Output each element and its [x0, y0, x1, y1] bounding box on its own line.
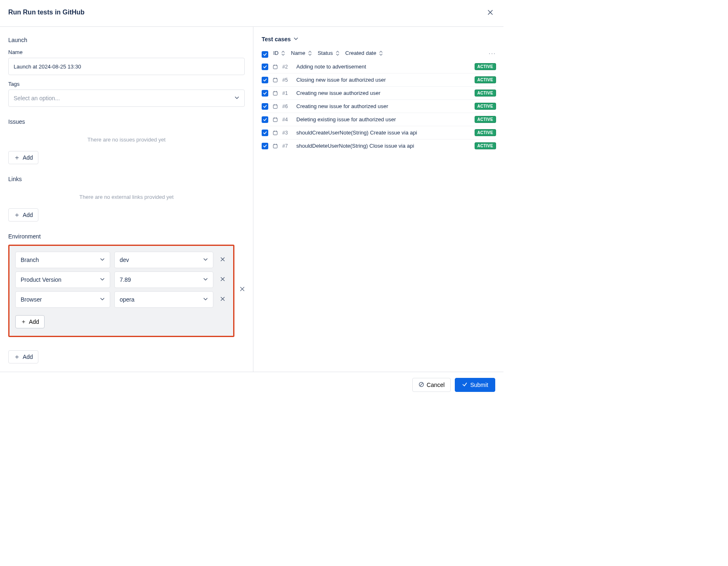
- chevron-down-icon: [293, 36, 298, 42]
- env-value-select[interactable]: opera: [114, 291, 213, 308]
- test-case-id: #2: [282, 64, 292, 70]
- env-value-text: opera: [120, 296, 135, 303]
- plus-icon: ＋: [21, 318, 26, 325]
- launch-panel: Launch Name Tags Select an option... Iss…: [0, 27, 253, 372]
- env-value-text: 7.89: [120, 276, 131, 283]
- row-checkbox[interactable]: [262, 77, 268, 83]
- row-checkbox[interactable]: [262, 130, 268, 136]
- plus-icon: ＋: [14, 354, 20, 360]
- test-case-row[interactable]: #4 Deleting existing issue for authorize…: [262, 113, 496, 126]
- test-case-id: #3: [282, 130, 292, 136]
- test-case-name: Closing new issue for authorized user: [296, 77, 470, 83]
- status-badge: ACTIVE: [475, 76, 496, 83]
- env-key-value: Browser: [21, 296, 42, 303]
- test-case-name: Creating new issue for authorized user: [296, 103, 470, 109]
- close-icon[interactable]: [485, 7, 495, 17]
- test-case-icon: [272, 117, 278, 123]
- add-link-button[interactable]: ＋ Add: [8, 208, 38, 222]
- tags-select[interactable]: Select an option...: [8, 90, 245, 107]
- test-case-id: #4: [282, 117, 292, 123]
- svg-rect-2: [273, 92, 277, 95]
- links-empty: There are no external links provided yet: [8, 185, 245, 208]
- svg-rect-6: [273, 144, 277, 148]
- tags-placeholder: Select an option...: [14, 95, 60, 101]
- more-options-icon[interactable]: ···: [489, 50, 496, 57]
- row-checkbox[interactable]: [262, 64, 268, 70]
- remove-environment-group-icon[interactable]: [239, 286, 245, 293]
- test-case-row[interactable]: #7 shouldDeleteUserNote(String) Close is…: [262, 139, 496, 152]
- links-label: Links: [8, 176, 245, 182]
- test-case-row[interactable]: #1 Creating new issue authorized user AC…: [262, 86, 496, 99]
- env-key-select[interactable]: Browser: [15, 291, 110, 308]
- chevron-down-icon: [234, 95, 239, 101]
- issues-label: Issues: [8, 118, 245, 125]
- test-case-row[interactable]: #2 Adding note to advertisement ACTIVE: [262, 60, 496, 73]
- test-case-icon: [272, 130, 278, 136]
- test-case-row[interactable]: #3 shouldCreateUserNote(String) Create i…: [262, 126, 496, 139]
- env-key-select[interactable]: Product Version: [15, 271, 110, 288]
- add-issue-button[interactable]: ＋ Add: [8, 151, 38, 164]
- test-case-name: Creating new issue authorized user: [296, 90, 470, 96]
- cancel-label: Cancel: [427, 382, 445, 388]
- test-case-id: #7: [282, 143, 292, 149]
- submit-label: Submit: [470, 382, 488, 388]
- env-row: Browser opera: [15, 291, 227, 308]
- add-label: Add: [29, 318, 39, 325]
- status-badge: ACTIVE: [475, 116, 496, 123]
- column-name[interactable]: Name: [291, 50, 312, 56]
- column-created-date[interactable]: Created date: [345, 50, 383, 56]
- remove-env-row-icon[interactable]: [217, 296, 227, 303]
- sort-icon: [336, 51, 340, 56]
- sort-icon: [379, 51, 383, 56]
- chevron-down-icon: [100, 276, 105, 283]
- column-status[interactable]: Status: [318, 50, 340, 56]
- row-checkbox[interactable]: [262, 103, 268, 110]
- remove-env-row-icon[interactable]: [217, 276, 227, 283]
- test-case-row[interactable]: #6 Creating new issue for authorized use…: [262, 99, 496, 113]
- page-title: Run Run tests in GitHub: [8, 9, 85, 16]
- environment-group: Branch dev Product Version 7.89 Browser …: [9, 246, 233, 336]
- env-key-value: Branch: [21, 257, 39, 263]
- svg-rect-3: [273, 105, 277, 108]
- test-cases-dropdown[interactable]: Test cases: [262, 36, 496, 42]
- select-all-checkbox[interactable]: [262, 51, 268, 58]
- env-row: Product Version 7.89: [15, 271, 227, 288]
- chevron-down-icon: [203, 257, 208, 263]
- submit-button[interactable]: Submit: [455, 378, 495, 392]
- test-cases-panel: Test cases ID Name: [253, 27, 503, 372]
- test-case-icon: [272, 143, 278, 149]
- test-case-icon: [272, 64, 278, 70]
- env-key-value: Product Version: [21, 276, 61, 283]
- add-label: Add: [23, 354, 33, 360]
- name-label: Name: [8, 49, 245, 55]
- add-environment-group-button[interactable]: ＋ Add: [8, 350, 38, 363]
- column-id[interactable]: ID: [273, 50, 285, 56]
- svg-rect-1: [273, 78, 277, 82]
- add-label: Add: [23, 154, 33, 161]
- chevron-down-icon: [100, 257, 105, 263]
- test-case-row[interactable]: #5 Closing new issue for authorized user…: [262, 73, 496, 86]
- env-row: Branch dev: [15, 252, 227, 268]
- env-key-select[interactable]: Branch: [15, 252, 110, 268]
- modal-header: Run Run tests in GitHub: [0, 0, 503, 27]
- row-checkbox[interactable]: [262, 116, 268, 123]
- status-badge: ACTIVE: [475, 63, 496, 70]
- remove-env-row-icon[interactable]: [217, 257, 227, 263]
- test-case-name: Adding note to advertisement: [296, 64, 470, 70]
- test-case-name: shouldCreateUserNote(String) Create issu…: [296, 130, 470, 136]
- launch-name-input[interactable]: [8, 58, 245, 75]
- chevron-down-icon: [100, 296, 105, 303]
- env-value-select[interactable]: 7.89: [114, 271, 213, 288]
- environment-label: Environment: [8, 233, 245, 240]
- svg-rect-5: [273, 131, 277, 135]
- row-checkbox[interactable]: [262, 143, 268, 149]
- status-badge: ACTIVE: [475, 103, 496, 110]
- row-checkbox[interactable]: [262, 90, 268, 97]
- tags-label: Tags: [8, 81, 245, 87]
- check-icon: [462, 382, 468, 389]
- cancel-button[interactable]: Cancel: [412, 378, 451, 392]
- test-case-icon: [272, 90, 278, 96]
- launch-section-label: Launch: [8, 37, 245, 43]
- add-env-variable-button[interactable]: ＋ Add: [15, 315, 45, 328]
- env-value-select[interactable]: dev: [114, 252, 213, 268]
